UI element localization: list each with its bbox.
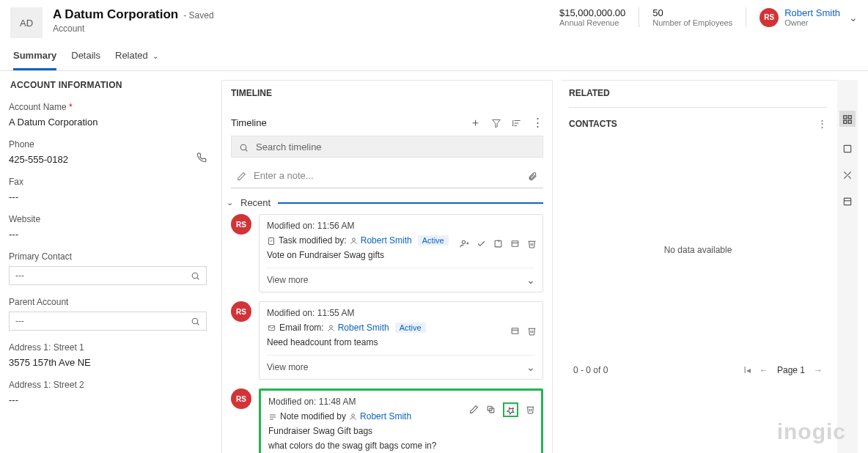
owner-name: Robert Smith [784,7,840,18]
prev-page-icon[interactable]: ← [760,365,768,375]
label-street1: Address 1: Street 1 [9,342,207,353]
svg-point-2 [192,318,198,324]
record-header: AD A Datum Corporation - Saved Account $… [0,0,868,43]
card-body[interactable]: Modified on: 11:55 AM Email from: Robert… [259,301,543,380]
value-street1[interactable]: 3575 157th Ave NE [9,357,207,368]
search-icon [239,141,249,152]
value-phone[interactable]: 425-555-0182 [9,154,68,165]
label-website: Website [9,214,207,224]
pin-icon[interactable] [503,402,518,417]
sort-icon[interactable] [512,116,522,130]
value-fax[interactable]: --- [9,191,207,202]
search-icon [191,316,200,326]
delete-icon[interactable] [527,324,537,336]
header-title-block: A Datum Corporation - Saved Account [53,7,214,34]
queue-icon[interactable] [510,324,520,336]
queue-icon[interactable] [510,237,520,248]
owner-block[interactable]: RS Robert Smith Owner ⌄ [760,7,858,27]
more-icon[interactable]: ⋮ [532,116,543,130]
status-badge: Active [395,323,426,333]
assign-icon[interactable] [460,237,469,248]
side-rail [837,80,858,453]
svg-rect-32 [844,145,850,152]
add-icon[interactable]: ＋ [470,116,481,130]
tab-related[interactable]: Related ⌄ [115,50,158,70]
label-fax: Fax [9,177,207,187]
employees-value: 50 [652,7,732,18]
tab-summary[interactable]: Summary [13,50,56,70]
timeline-note-input[interactable]: Enter a note... [231,163,543,188]
pager-page: Page 1 [777,365,805,375]
chevron-down-icon: ⌄ [152,52,158,60]
timeline-title: Timeline [231,117,267,128]
card-user[interactable]: Robert Smith [338,323,389,333]
lookup-placeholder: --- [15,316,24,326]
recent-label: Recent [240,197,271,208]
lookup-primary-contact[interactable]: --- [9,266,207,285]
pencil-icon [237,170,246,181]
svg-rect-29 [848,116,851,119]
owner-label: Owner [784,18,840,27]
contacts-label: CONTACTS [569,119,617,129]
svg-rect-15 [495,240,501,247]
tab-details[interactable]: Details [71,50,100,70]
timeline-card: RS Modified on: 11:55 AM Email from: Rob… [231,301,543,380]
attachment-icon[interactable] [528,169,537,181]
value-street2[interactable]: --- [9,394,207,405]
label-account-name: Account Name * [9,102,207,112]
related-panel: RELATED CONTACTS ⋮ No data available 0 -… [562,80,858,453]
svg-rect-16 [512,241,518,247]
svg-rect-28 [844,116,847,119]
chevron-down-icon: ⌄ [526,274,535,286]
edit-icon[interactable] [469,402,479,417]
card-actions [510,324,537,336]
check-icon[interactable] [477,237,486,248]
phone-icon[interactable] [196,152,207,163]
lookup-parent-account[interactable]: --- [9,312,207,331]
chevron-down-icon: ⌄ [526,361,535,373]
value-website[interactable]: --- [9,229,207,240]
timeline-search[interactable]: Search timeline [231,136,543,158]
rail-related-icon[interactable] [839,111,856,127]
pager: 0 - 0 of 0 I◂ ← Page 1 → [569,365,827,381]
card-body-highlighted[interactable]: Modified on: 11:48 AM Note modified by R… [259,388,543,453]
svg-rect-33 [844,199,850,205]
delete-icon[interactable] [526,402,535,417]
section-header-timeline: TIMELINE [231,88,543,98]
rail-knowledge-icon[interactable] [842,141,853,153]
card-text: Need headcount from teams [267,337,535,347]
revenue-label: Annual Revenue [559,18,625,27]
record-tabs: Summary Details Related ⌄ [0,43,868,71]
svg-line-9 [246,149,247,150]
timeline-recent-header[interactable]: ⌄ Recent [227,197,543,208]
label-street2: Address 1: Street 2 [9,380,207,390]
chevron-down-icon: ⌄ [849,12,858,23]
value-account-name[interactable]: A Datum Corporation [9,117,207,128]
chevron-down-icon: ⌄ [227,198,233,207]
card-text2: what colors do the swag gift bags come i… [268,441,534,451]
next-page-icon[interactable]: → [814,365,823,375]
delete-icon[interactable] [527,237,537,248]
label-phone: Phone [9,139,207,150]
card-text: Vote on Fundraiser Swag gifts [267,250,535,260]
saved-indicator: - Saved [183,10,213,21]
view-more-row[interactable]: View more ⌄ [267,355,535,373]
card-user[interactable]: Robert Smith [360,411,411,421]
rail-assistant-icon[interactable] [842,169,853,180]
entity-label: Account [53,23,214,34]
card-user[interactable]: Robert Smith [361,235,412,246]
rail-details-icon[interactable] [842,195,853,207]
more-icon[interactable]: ⋮ [817,118,827,129]
tab-related-label: Related [115,50,148,61]
card-body[interactable]: Modified on: 11:56 AM Task modified by: … [259,214,543,292]
note-placeholder: Enter a note... [254,170,314,181]
open-icon[interactable] [493,237,503,248]
copy-icon[interactable] [486,402,496,417]
section-header-related: RELATED [569,88,827,108]
first-page-icon[interactable]: I◂ [744,365,751,375]
stat-employees: 50 Number of Employees [652,7,746,27]
view-more-row[interactable]: View more ⌄ [267,268,535,286]
filter-icon[interactable] [491,116,501,130]
svg-marker-4 [493,119,501,128]
svg-line-1 [197,278,199,279]
